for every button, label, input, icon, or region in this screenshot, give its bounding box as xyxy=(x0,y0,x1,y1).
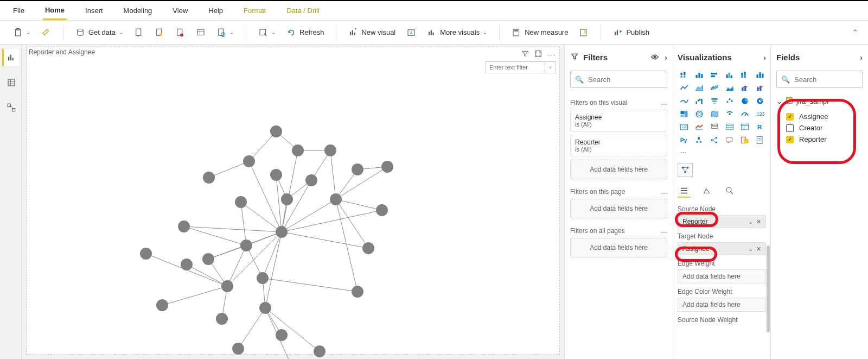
filters-search[interactable]: 🔍 xyxy=(570,71,667,88)
viz-type-36[interactable]: ⋯ xyxy=(678,148,691,159)
tab-insert[interactable]: Insert xyxy=(83,2,105,19)
data-view-button[interactable] xyxy=(2,74,20,91)
viz-type-1[interactable] xyxy=(693,70,706,80)
target-node-field[interactable]: Assignee ⌄✕ xyxy=(678,242,766,255)
viz-type-6[interactable] xyxy=(678,83,691,93)
publish-button[interactable]: Publish xyxy=(610,26,653,40)
field-row-creator[interactable]: Creator xyxy=(786,124,863,132)
tab-file[interactable]: File xyxy=(11,2,27,19)
viz-scrollbar[interactable] xyxy=(767,245,770,332)
viz-type-24[interactable]: 123 xyxy=(678,122,691,133)
field-checkbox[interactable]: ✓ xyxy=(786,136,794,143)
sql-source-button[interactable] xyxy=(172,26,188,40)
source-node-field[interactable]: Reporter ⌄✕ xyxy=(678,215,766,228)
filter-card-assignee[interactable]: Assignee is (All) xyxy=(570,110,667,131)
viz-type-32[interactable] xyxy=(708,135,721,146)
collapse-fields-icon[interactable]: › xyxy=(860,53,863,62)
report-view-button[interactable] xyxy=(2,49,20,66)
get-data-button[interactable]: Get data⌄ xyxy=(72,26,126,40)
network-visual[interactable]: Reporter and Assignee ··· × xyxy=(26,47,560,355)
viz-type-5[interactable] xyxy=(754,70,767,80)
filters-search-input[interactable] xyxy=(588,75,673,84)
model-view-button[interactable] xyxy=(2,99,20,116)
chevron-down-icon[interactable]: ⌄ xyxy=(748,245,753,253)
pbi-source-button[interactable] xyxy=(151,26,168,40)
viz-type-18[interactable] xyxy=(678,109,691,119)
tab-datadrill[interactable]: Data / Drill xyxy=(284,2,322,19)
viz-type-12[interactable] xyxy=(678,96,691,106)
chevron-down-icon[interactable]: ⌄ xyxy=(748,218,753,225)
new-measure-button[interactable]: New measure xyxy=(508,26,571,40)
section-menu-icon[interactable]: … xyxy=(661,227,667,235)
viz-type-13[interactable] xyxy=(693,96,706,106)
fields-table-row[interactable]: ⌄ jira_sampl xyxy=(776,97,863,106)
viz-type-26[interactable] xyxy=(708,122,721,133)
more-visuals-button[interactable]: More visuals⌄ xyxy=(424,26,490,40)
show-filters-icon[interactable]: 👁 xyxy=(651,53,659,62)
viz-type-23[interactable]: 123 xyxy=(754,109,767,119)
focus-mode-icon[interactable] xyxy=(534,49,542,60)
tab-help[interactable]: Help xyxy=(206,2,225,19)
format-tab[interactable] xyxy=(700,185,713,198)
viz-type-11[interactable] xyxy=(754,83,767,93)
viz-type-7[interactable] xyxy=(693,83,706,93)
fields-search-input[interactable] xyxy=(794,75,868,84)
viz-type-22[interactable] xyxy=(738,109,751,119)
edge-color-drop[interactable]: Add data fields here xyxy=(678,298,766,312)
viz-type-10[interactable] xyxy=(738,83,751,93)
viz-type-29[interactable]: R xyxy=(754,122,767,133)
viz-type-16[interactable] xyxy=(738,96,751,106)
transform-data-button[interactable]: ⌄ xyxy=(255,26,279,40)
field-checkbox[interactable] xyxy=(786,124,794,132)
viz-type-8[interactable] xyxy=(708,83,721,93)
viz-type-9[interactable] xyxy=(723,83,736,93)
section-menu-icon[interactable]: … xyxy=(661,188,667,196)
report-canvas[interactable]: Reporter and Assignee ··· × xyxy=(22,45,564,359)
collapse-vizption-icon[interactable]: › xyxy=(763,53,766,62)
viz-type-27[interactable] xyxy=(723,122,736,133)
viz-type-4[interactable] xyxy=(738,70,751,80)
tab-format[interactable]: Format xyxy=(241,2,268,19)
analytics-tab[interactable] xyxy=(723,185,736,198)
filters-page-dropwell[interactable]: Add data fields here xyxy=(570,199,667,218)
viz-type-15[interactable] xyxy=(723,96,736,106)
format-painter-button[interactable] xyxy=(38,26,54,40)
excel-source-button[interactable]: x xyxy=(131,26,147,40)
custom-visual-network[interactable] xyxy=(678,163,693,177)
viz-type-20[interactable] xyxy=(708,109,721,119)
edge-weight-drop[interactable]: Add data fields here xyxy=(678,269,766,284)
viz-type-31[interactable] xyxy=(693,135,706,146)
remove-field-icon[interactable]: ✕ xyxy=(756,218,761,225)
paste-button[interactable]: ⌄ xyxy=(10,26,34,40)
visual-text-filter-input[interactable] xyxy=(486,61,545,73)
section-menu-icon[interactable]: … xyxy=(661,99,667,106)
tab-view[interactable]: View xyxy=(170,2,190,19)
field-checkbox[interactable]: ✓ xyxy=(786,113,794,121)
viz-type-14[interactable] xyxy=(708,96,721,106)
filter-icon[interactable] xyxy=(521,49,529,60)
remove-field-icon[interactable]: ✕ xyxy=(756,245,761,253)
more-options-icon[interactable]: ··· xyxy=(547,51,556,59)
viz-type-33[interactable] xyxy=(723,135,736,146)
viz-type-2[interactable] xyxy=(708,70,721,80)
viz-type-35[interactable] xyxy=(754,135,767,146)
recent-sources-button[interactable]: ⌄ xyxy=(213,26,237,40)
tab-modeling[interactable]: Modeling xyxy=(122,2,155,19)
viz-type-25[interactable] xyxy=(693,122,706,133)
new-visual-button[interactable]: +New visual xyxy=(345,26,399,40)
tab-home[interactable]: Home xyxy=(43,2,67,20)
fields-search[interactable]: 🔍 xyxy=(776,71,863,88)
collapse-ribbon-button[interactable]: ⌃ xyxy=(848,26,863,39)
fields-tab[interactable] xyxy=(678,185,691,198)
text-box-button[interactable]: A xyxy=(403,26,419,40)
filters-all-dropwell[interactable]: Add data fields here xyxy=(570,238,667,257)
viz-type-21[interactable] xyxy=(723,109,736,119)
field-row-reporter[interactable]: ✓Reporter xyxy=(786,135,863,143)
filter-card-reporter[interactable]: Reporter is (All) xyxy=(570,135,667,156)
collapse-filters-icon[interactable]: › xyxy=(665,53,667,62)
viz-type-17[interactable] xyxy=(754,96,767,106)
field-row-assignee[interactable]: ✓Assignee xyxy=(786,112,863,121)
viz-type-30[interactable]: Py xyxy=(678,135,691,146)
visual-text-filter-clear[interactable]: × xyxy=(545,61,556,73)
viz-type-3[interactable] xyxy=(723,70,736,80)
